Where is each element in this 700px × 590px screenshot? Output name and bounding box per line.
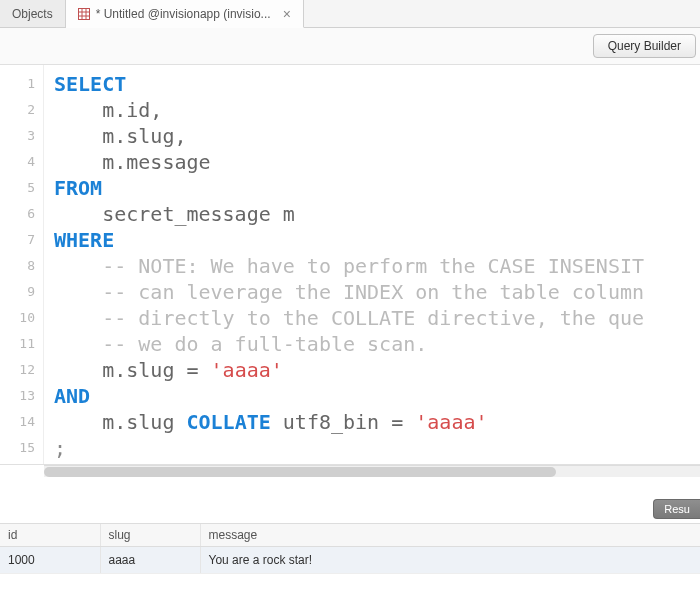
tab-label: * Untitled @invisionapp (invisio... [96, 7, 271, 21]
table-header-row: id slug message [0, 524, 700, 547]
tab-objects[interactable]: Objects [0, 0, 66, 27]
results-tab[interactable]: Resu [653, 499, 700, 519]
column-header-id[interactable]: id [0, 524, 100, 547]
results-table: id slug message 1000 aaaa You are a rock… [0, 523, 700, 574]
sql-editor[interactable]: 123 456 789 101112 131415 SELECT m.id, m… [0, 65, 700, 465]
cell-id[interactable]: 1000 [0, 547, 100, 574]
tab-query[interactable]: * Untitled @invisionapp (invisio... × [66, 0, 304, 28]
table-icon [78, 8, 90, 20]
tab-bar: Objects * Untitled @invisionapp (invisio… [0, 0, 700, 28]
code-area[interactable]: SELECT m.id, m.slug, m.message FROM secr… [44, 65, 700, 464]
horizontal-scrollbar[interactable] [44, 465, 700, 477]
svg-rect-0 [78, 8, 89, 19]
query-builder-button[interactable]: Query Builder [593, 34, 696, 58]
line-gutter: 123 456 789 101112 131415 [0, 65, 44, 464]
toolbar: Query Builder [0, 28, 700, 65]
results-toolbar: Resu [0, 495, 700, 523]
tab-label: Objects [12, 7, 53, 21]
column-header-slug[interactable]: slug [100, 524, 200, 547]
scrollbar-thumb[interactable] [44, 467, 556, 477]
close-icon[interactable]: × [283, 7, 291, 21]
table-row[interactable]: 1000 aaaa You are a rock star! [0, 547, 700, 574]
column-header-message[interactable]: message [200, 524, 700, 547]
cell-message[interactable]: You are a rock star! [200, 547, 700, 574]
cell-slug[interactable]: aaaa [100, 547, 200, 574]
